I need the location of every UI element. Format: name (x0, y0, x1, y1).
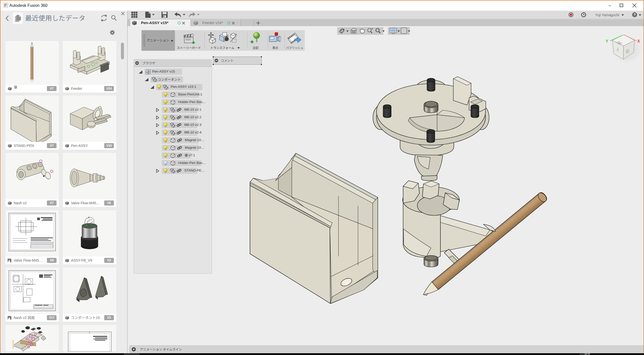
svg-text:?: ? (634, 13, 636, 17)
